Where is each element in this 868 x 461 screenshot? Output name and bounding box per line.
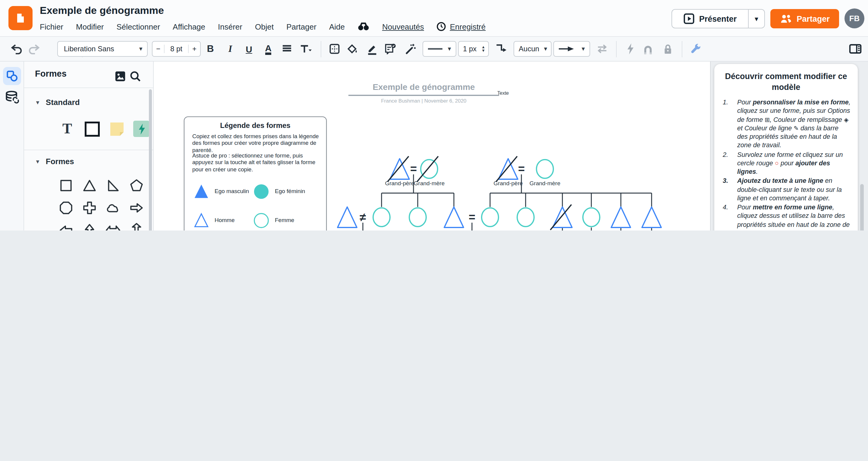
svg-text:Grand-père: Grand-père xyxy=(493,180,523,186)
line-start-select[interactable]: Aucun▼ xyxy=(514,41,552,57)
svg-text:=: = xyxy=(518,163,525,175)
svg-text:Mère: Mère xyxy=(484,230,496,231)
menu-affichage[interactable]: Affichage xyxy=(173,22,205,31)
font-size-value: 8 pt xyxy=(164,45,188,53)
text-align-icon[interactable] xyxy=(279,41,295,57)
saved-status[interactable]: Enregistré xyxy=(437,22,486,31)
section-standard[interactable]: ▼ Standard xyxy=(35,98,80,107)
binoculars-icon[interactable] xyxy=(358,22,370,31)
wrench-icon[interactable] xyxy=(688,41,704,57)
shape-text[interactable]: T xyxy=(59,121,75,137)
svg-text:Tante: Tante xyxy=(375,230,389,231)
avatar[interactable]: FB xyxy=(844,8,864,28)
shape-arrow-left[interactable] xyxy=(59,223,73,231)
conditional-format-icon[interactable] xyxy=(382,41,398,57)
shape-arrow-right[interactable] xyxy=(129,200,144,215)
shape-arrow-up[interactable] xyxy=(82,223,97,231)
share-button[interactable]: Partager xyxy=(770,9,839,28)
people-icon xyxy=(780,14,792,24)
panel-toggle-icon[interactable] xyxy=(847,41,863,57)
present-dropdown-caret[interactable]: ▼ xyxy=(748,10,764,28)
shapes-sidebar: Formes ▼ Standard × T ▼ Formes × ▼ xyxy=(24,62,154,231)
text-options-icon[interactable] xyxy=(298,41,313,57)
magic-wand-icon[interactable] xyxy=(403,41,418,57)
line-width-stepper[interactable]: 1 px ▲▼ xyxy=(458,41,489,57)
font-family-select[interactable]: Liberation Sans▼ xyxy=(57,41,148,57)
shape-options-icon[interactable] xyxy=(327,41,342,57)
font-size-minus[interactable]: − xyxy=(153,45,164,53)
svg-text:Père: Père xyxy=(448,230,460,231)
shape-sticky-note[interactable] xyxy=(108,121,125,137)
connector-type-icon[interactable] xyxy=(493,41,509,57)
svg-text:Tante: Tante xyxy=(519,230,532,231)
search-icon[interactable] xyxy=(130,70,141,82)
underline-button[interactable]: U xyxy=(241,41,257,57)
redo-button[interactable] xyxy=(27,41,42,57)
menu-objet[interactable]: Objet xyxy=(255,22,274,31)
step-item: 4.Pour mettre en forme une ligne, clique… xyxy=(723,203,850,231)
text-color-button[interactable]: A xyxy=(260,41,276,57)
canvas-vertical-scrollbar[interactable] xyxy=(860,184,864,231)
menu-modifier[interactable]: Modifier xyxy=(76,22,104,31)
shape-pentagon[interactable] xyxy=(129,178,144,193)
menu-inserer[interactable]: Insérer xyxy=(218,22,242,31)
shape-arrow-left-right[interactable] xyxy=(105,223,121,231)
font-size-stepper[interactable]: − 8 pt + xyxy=(152,41,201,57)
step-item: 1.Pour personnaliser la mise en forme, c… xyxy=(723,98,850,149)
whats-new-link[interactable]: Nouveautés xyxy=(382,22,424,31)
svg-text:Grand-mère: Grand-mère xyxy=(414,180,444,186)
collapse-icon[interactable]: ▼ xyxy=(35,99,40,105)
svg-text:Grand-mère: Grand-mère xyxy=(530,180,560,186)
shape-right-triangle[interactable] xyxy=(105,178,121,193)
fill-color-icon[interactable] xyxy=(344,41,360,57)
svg-text:Oncle: Oncle xyxy=(340,230,355,231)
font-size-plus[interactable]: + xyxy=(188,45,200,53)
shape-triangle[interactable] xyxy=(82,178,97,193)
svg-text:=: = xyxy=(469,211,475,224)
swap-direction-icon[interactable] xyxy=(594,41,610,57)
menu-partager[interactable]: Partager xyxy=(286,22,316,31)
line-end-select[interactable]: ▼ xyxy=(553,41,590,57)
left-rail xyxy=(0,62,24,231)
svg-text:=: = xyxy=(410,163,417,175)
present-button[interactable]: Présenter ▼ xyxy=(672,9,765,28)
undo-button[interactable] xyxy=(8,41,24,57)
shape-cloud[interactable] xyxy=(105,200,121,215)
italic-button[interactable]: I xyxy=(222,41,238,57)
shape-lightning[interactable] xyxy=(133,121,150,137)
rail-shapes-tab[interactable] xyxy=(3,67,21,85)
sidebar-scrollbar[interactable] xyxy=(149,89,152,231)
shape-square[interactable] xyxy=(59,178,73,193)
shape-arrow-up-down[interactable] xyxy=(129,223,144,231)
lock-icon[interactable] xyxy=(660,41,676,57)
instructions-panel: Découvrir comment modifier ce modèle 1.P… xyxy=(714,64,858,231)
document-title[interactable]: Exemple de génogramme xyxy=(40,5,164,17)
rail-linked-data-tab[interactable] xyxy=(5,90,19,106)
step-item: 3.Ajoutez du texte à une ligne en double… xyxy=(723,176,850,202)
shape-octagon[interactable] xyxy=(59,200,73,215)
sidebar-title: Formes xyxy=(35,69,67,79)
menu-selectionner[interactable]: Sélectionner xyxy=(117,22,160,31)
shape-cross[interactable] xyxy=(82,200,97,215)
clock-icon xyxy=(437,22,446,31)
properties-toolbar: Liberation Sans▼ − 8 pt + B I U A xyxy=(0,37,868,62)
panel-steps: 1.Pour personnaliser la mise en forme, c… xyxy=(723,98,850,231)
menu-fichier[interactable]: Fichier xyxy=(40,22,63,31)
image-library-icon[interactable] xyxy=(115,70,126,82)
line-style-select[interactable]: ▼ xyxy=(423,41,456,57)
panel-title: Découvrir comment modifier ce modèle xyxy=(721,71,850,92)
step-item: 2.Survolez une forme et cliquez sur un c… xyxy=(723,150,850,176)
collapse-icon[interactable]: ▼ xyxy=(35,159,40,165)
shape-rectangle[interactable] xyxy=(84,121,100,137)
magnetize-icon[interactable] xyxy=(640,41,656,57)
menu-aide[interactable]: Aide xyxy=(329,22,345,31)
hotspot-icon[interactable] xyxy=(622,41,638,57)
play-icon xyxy=(684,13,694,24)
lucid-logo-icon[interactable] xyxy=(8,6,33,30)
line-color-icon[interactable] xyxy=(364,41,380,57)
section-formes[interactable]: ▼ Formes xyxy=(35,157,74,166)
canvas[interactable]: Exemple de génogramme Texte France Bushm… xyxy=(154,62,710,231)
bold-button[interactable]: B xyxy=(203,41,218,57)
genogram-diagram[interactable]: Grand-pèreGrand-mèreGrand-pèreGrand-mère… xyxy=(154,62,710,231)
svg-text:≠: ≠ xyxy=(360,211,366,224)
